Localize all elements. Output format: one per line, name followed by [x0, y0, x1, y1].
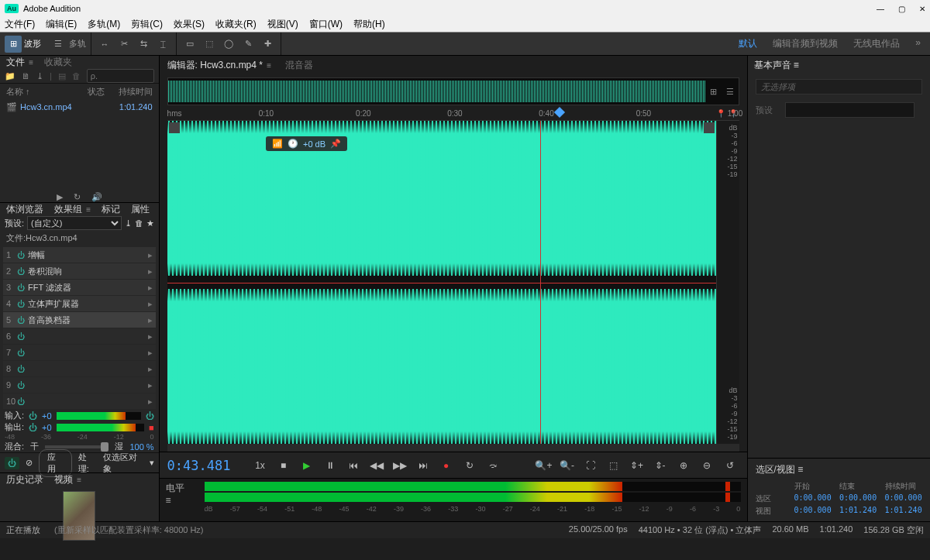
maximize-button[interactable]: ▢ — [898, 5, 905, 13]
essential-preset-select[interactable] — [785, 102, 915, 118]
process-mode[interactable]: 仅选区对象 — [103, 452, 143, 475]
input-power-icon[interactable]: ⏻ — [146, 411, 154, 421]
zoom-out-point-icon[interactable]: ⊖ — [698, 457, 716, 474]
stop-button[interactable]: ■ — [274, 457, 293, 474]
go-start-button[interactable]: ⏮ — [344, 457, 363, 474]
workspace-radio[interactable]: 无线电作品 — [853, 37, 900, 50]
fx-slot-1[interactable]: 1⏻增幅▸ — [3, 247, 156, 263]
fx-slot-5[interactable]: 5⏻音高换档器▸ — [3, 312, 156, 328]
move-tool-icon[interactable]: ↔ — [96, 36, 113, 53]
tab-essential-sound[interactable]: 基本声音 ≡ — [754, 59, 799, 72]
preview-loop-icon[interactable]: ↻ — [74, 192, 81, 202]
tab-effects-rack[interactable]: 效果组 ≡ — [54, 203, 91, 216]
minimize-button[interactable]: — — [877, 5, 884, 13]
hud-pin-icon[interactable]: 📌 — [330, 139, 341, 149]
col-name[interactable]: 名称 ↑ — [6, 86, 30, 98]
output-clip-icon[interactable]: ■ — [149, 423, 154, 432]
zoom-sel-icon[interactable]: ⬚ — [604, 457, 623, 474]
fx-slot-7[interactable]: 7⏻▸ — [3, 345, 156, 360]
sel-dur[interactable]: 0:00.000 — [885, 493, 923, 504]
open-file-icon[interactable]: 📁 — [5, 71, 16, 81]
process-dropdown-icon[interactable]: ▾ — [150, 458, 154, 468]
workspace-default[interactable]: 默认 — [739, 37, 757, 50]
tab-editor[interactable]: 编辑器: Hcw3.cn.mp4 * ≡ — [167, 59, 272, 72]
tab-media-browser[interactable]: 体浏览器 — [6, 203, 43, 216]
forward-button[interactable]: ▶▶ — [391, 457, 409, 474]
playback-cursor[interactable] — [540, 121, 541, 444]
marquee-tool-icon[interactable]: ⬚ — [201, 36, 218, 53]
rewind-button[interactable]: ◀◀ — [367, 457, 386, 474]
loop-button[interactable]: ↻ — [460, 457, 479, 474]
col-status[interactable]: 状态 — [88, 86, 105, 98]
heal-tool-icon[interactable]: ✚ — [259, 36, 276, 53]
fx-slot-6[interactable]: 6⏻▸ — [3, 328, 156, 344]
razor-tool-icon[interactable]: ✂ — [115, 36, 133, 53]
timecode[interactable]: 0:43.481 — [167, 458, 231, 473]
brush-tool-icon[interactable]: ✎ — [239, 36, 257, 53]
overview-zoom-icon[interactable]: ⊞ — [705, 87, 722, 97]
input-gain[interactable]: +0 — [42, 411, 52, 421]
play-button[interactable]: ▶ — [298, 457, 316, 474]
fx-slot-8[interactable]: 8⏻▸ — [3, 361, 156, 376]
zoom-in-v-icon[interactable]: ⇕+ — [628, 457, 646, 474]
tab-video[interactable]: 视频 ≡ — [54, 473, 81, 486]
select-tool-icon[interactable]: ▭ — [181, 36, 198, 53]
zoom-out-v-icon[interactable]: ⇕- — [651, 457, 670, 474]
menu-file[interactable]: 文件(F) — [5, 18, 35, 31]
fx-slot-10[interactable]: 10⏻▸ — [3, 393, 156, 409]
mix-slider[interactable] — [45, 445, 108, 448]
preset-save-icon[interactable]: ⤓ — [125, 218, 132, 228]
pin-left-icon[interactable]: 📍 — [716, 109, 725, 118]
menu-window[interactable]: 窗口(W) — [309, 18, 343, 31]
preset-select[interactable]: (自定义) — [27, 216, 122, 230]
waveform-mode-button[interactable]: ⊞ — [5, 36, 22, 53]
tab-mixer[interactable]: 混音器 — [285, 59, 313, 72]
rate-button[interactable]: 1x — [251, 457, 270, 474]
zoom-in-icon[interactable]: 🔍+ — [535, 457, 553, 474]
tab-properties[interactable]: 属性 — [131, 203, 150, 216]
time-ruler[interactable]: 📍 📍 hms0:100:200:300:400:501:00 — [167, 108, 739, 121]
channel-toggle-tl-icon[interactable] — [169, 122, 180, 133]
horizontal-scrollbar[interactable] — [167, 444, 739, 452]
menu-view[interactable]: 视图(V) — [267, 18, 298, 31]
waveform-mode-label[interactable]: 波形 — [24, 38, 41, 50]
menu-multitrack[interactable]: 多轨(M) — [88, 18, 120, 31]
menu-favorites[interactable]: 收藏夹(R) — [215, 18, 257, 31]
zoom-reset-icon[interactable]: ↺ — [721, 457, 739, 474]
preset-fav-icon[interactable]: ★ — [146, 218, 154, 228]
tab-markers[interactable]: 标记 — [102, 203, 120, 216]
tab-favorites[interactable]: 收藏夹 — [44, 56, 72, 69]
file-search-input[interactable]: ρ. — [87, 69, 154, 83]
pause-button[interactable]: ⏸ — [321, 457, 339, 474]
sel-end[interactable]: 0:00.000 — [839, 493, 877, 504]
zoom-out-icon[interactable]: 🔍- — [558, 457, 577, 474]
col-duration[interactable]: 持续时间 — [119, 86, 153, 98]
record-button[interactable]: ● — [437, 457, 456, 474]
preset-delete-icon[interactable]: 🗑 — [135, 218, 143, 228]
workspace-video[interactable]: 编辑音频到视频 — [773, 37, 838, 50]
playhead-icon[interactable] — [554, 107, 565, 118]
waveform-editor[interactable]: L R 📶 🕐 +0 dB 📌 — [167, 121, 716, 444]
mix-percent[interactable]: 100 % — [129, 442, 153, 452]
multitrack-mode-label[interactable]: 多轨 — [69, 38, 86, 50]
time-tool-icon[interactable]: ⌶ — [154, 36, 171, 53]
filter-icon[interactable]: ▤ — [58, 71, 66, 81]
menu-clip[interactable]: 剪辑(C) — [131, 18, 163, 31]
workspace-more-icon[interactable]: » — [915, 37, 921, 50]
rack-power-icon[interactable]: ⏻ — [5, 457, 19, 469]
tab-files[interactable]: 文件 ≡ — [6, 56, 33, 69]
view-dur[interactable]: 1:01.240 — [885, 506, 923, 517]
trash-icon[interactable]: 🗑 — [72, 71, 81, 81]
fx-slot-4[interactable]: 4⏻立体声扩展器▸ — [3, 296, 156, 311]
output-gain[interactable]: +0 — [42, 423, 52, 432]
menu-edit[interactable]: 编辑(E) — [46, 18, 77, 31]
tab-history[interactable]: 历史记录 — [6, 473, 43, 486]
gain-hud[interactable]: 📶 🕐 +0 dB 📌 — [266, 136, 347, 151]
channel-toggle-tr-icon[interactable] — [704, 122, 715, 133]
overview-menu-icon[interactable]: ☰ — [722, 87, 739, 97]
rack-bypass-icon[interactable]: ⊘ — [26, 458, 33, 468]
preview-autoplay-icon[interactable]: 🔊 — [91, 192, 102, 202]
view-start[interactable]: 0:00.000 — [794, 506, 832, 517]
fx-slot-2[interactable]: 2⏻卷积混响▸ — [3, 263, 156, 279]
lasso-tool-icon[interactable]: ◯ — [220, 36, 237, 53]
